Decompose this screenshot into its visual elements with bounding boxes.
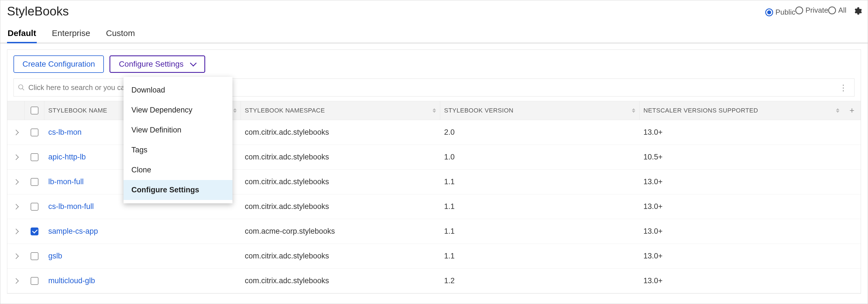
svg-line-1 <box>22 88 24 90</box>
stylebook-namespace: com.acme-corp.stylebooks <box>241 227 440 236</box>
stylebook-namespace: com.citrix.adc.stylebooks <box>241 128 440 137</box>
menu-item-download[interactable]: Download <box>124 80 232 100</box>
row-checkbox[interactable] <box>31 153 38 161</box>
expand-row-button[interactable] <box>7 131 25 134</box>
dropdown-label: Configure Settings <box>119 60 183 68</box>
expand-row-button[interactable] <box>7 205 25 209</box>
stylebook-name-link[interactable]: cs-lb-mon-full <box>48 202 94 211</box>
svg-point-0 <box>19 85 23 89</box>
table-row: multicloud-glbcom.citrix.adc.stylebooks1… <box>7 269 861 293</box>
kebab-menu-icon[interactable]: ⋮ <box>836 83 850 92</box>
stylebook-name-link[interactable]: apic-http-lb <box>48 153 86 161</box>
select-all-checkbox[interactable] <box>31 107 38 114</box>
filter-radio-all[interactable]: All <box>828 6 846 15</box>
chevron-right-icon <box>13 204 19 210</box>
row-checkbox-cell[interactable] <box>25 203 44 211</box>
expand-all-header <box>7 101 25 120</box>
stylebook-name-link[interactable]: sample-cs-app <box>48 227 98 236</box>
row-checkbox-cell[interactable] <box>25 277 44 285</box>
row-checkbox[interactable] <box>31 203 38 211</box>
stylebook-namespace: com.citrix.adc.stylebooks <box>241 252 440 260</box>
menu-item-view-definition[interactable]: View Definition <box>124 120 232 140</box>
stylebook-namespace: com.citrix.adc.stylebooks <box>241 276 440 285</box>
stylebook-supported: 13.0+ <box>640 202 861 211</box>
radio-icon <box>828 6 836 15</box>
stylebook-name-link[interactable]: cs-lb-mon <box>48 128 82 136</box>
chevron-down-icon <box>190 61 196 67</box>
stylebook-version: 2.0 <box>440 128 640 137</box>
filter-radio-private[interactable]: Private <box>795 6 828 15</box>
table-row: gslbcom.citrix.adc.stylebooks1.113.0+ <box>7 244 861 269</box>
stylebook-name-link[interactable]: lb-mon-full <box>48 177 84 186</box>
chevron-right-icon <box>13 179 19 185</box>
stylebook-version: 1.1 <box>440 252 640 260</box>
stylebook-supported: 13.0+ <box>640 276 861 285</box>
stylebook-version: 1.1 <box>440 227 640 236</box>
chevron-right-icon <box>13 130 19 135</box>
radio-label: All <box>838 6 846 15</box>
row-checkbox-cell[interactable] <box>25 252 44 260</box>
stylebook-namespace: com.citrix.adc.stylebooks <box>241 177 440 186</box>
header: StyleBooks PublicPrivateAll <box>0 0 868 18</box>
configure-settings-dropdown-button[interactable]: Configure Settings <box>110 55 205 73</box>
stylebook-supported: 13.0+ <box>640 227 861 236</box>
stylebook-supported: 13.0+ <box>640 177 861 186</box>
settings-dropdown-menu: DownloadView DependencyView DefinitionTa… <box>124 77 232 203</box>
stylebook-version: 1.0 <box>440 153 640 161</box>
menu-item-view-dependency[interactable]: View Dependency <box>124 100 232 120</box>
sort-icon <box>836 108 839 113</box>
chevron-right-icon <box>13 155 19 160</box>
tab-default[interactable]: Default <box>7 28 37 43</box>
radio-icon <box>795 6 803 15</box>
filter-radio-public[interactable]: Public <box>765 8 795 17</box>
add-column-button[interactable]: + <box>843 101 861 120</box>
sort-icon <box>433 108 436 113</box>
menu-item-clone[interactable]: Clone <box>124 160 232 180</box>
tab-custom[interactable]: Custom <box>105 28 135 43</box>
expand-row-button[interactable] <box>7 155 25 159</box>
col-header-namespace[interactable]: STYLEBOOK NAMESPACE <box>241 101 440 120</box>
stylebook-supported: 13.0+ <box>640 128 861 137</box>
col-header-supported[interactable]: NETSCALER VERSIONS SUPPORTED <box>640 101 843 120</box>
stylebook-name-link[interactable]: gslb <box>48 252 62 260</box>
row-checkbox[interactable] <box>31 178 38 186</box>
menu-item-tags[interactable]: Tags <box>124 140 232 160</box>
row-checkbox-cell[interactable] <box>25 227 44 236</box>
menu-item-configure-settings[interactable]: Configure Settings <box>124 180 232 200</box>
visibility-filter: PublicPrivateAll <box>765 6 862 17</box>
stylebook-version: 1.2 <box>440 276 640 285</box>
stylebook-namespace: com.citrix.adc.stylebooks <box>241 202 440 211</box>
expand-row-button[interactable] <box>7 254 25 258</box>
row-checkbox[interactable] <box>31 277 38 285</box>
row-checkbox[interactable] <box>31 252 38 260</box>
gear-icon[interactable] <box>852 6 862 16</box>
sort-icon <box>233 108 237 113</box>
page: StyleBooks PublicPrivateAll DefaultEnter… <box>0 0 868 304</box>
page-title: StyleBooks <box>7 4 69 18</box>
row-checkbox-cell[interactable] <box>25 178 44 186</box>
create-label: Create Configuration <box>23 60 95 68</box>
stylebook-supported: 13.0+ <box>640 252 861 260</box>
row-checkbox-cell[interactable] <box>25 129 44 136</box>
tab-enterprise[interactable]: Enterprise <box>51 28 91 43</box>
stylebook-name-link[interactable]: multicloud-glb <box>48 276 95 285</box>
row-checkbox[interactable] <box>31 227 38 236</box>
stylebook-version: 1.1 <box>440 202 640 211</box>
col-header-version[interactable]: STYLEBOOK VERSION <box>440 101 640 120</box>
stylebook-version: 1.1 <box>440 177 640 186</box>
radio-label: Public <box>775 8 795 17</box>
expand-row-button[interactable] <box>7 229 25 233</box>
row-checkbox[interactable] <box>31 129 38 136</box>
radio-icon <box>765 8 773 16</box>
search-icon <box>18 84 25 91</box>
row-checkbox-cell[interactable] <box>25 153 44 161</box>
expand-row-button[interactable] <box>7 180 25 184</box>
create-configuration-button[interactable]: Create Configuration <box>13 55 104 73</box>
expand-row-button[interactable] <box>7 279 25 283</box>
tabs: DefaultEnterpriseCustom <box>0 28 868 43</box>
table-row: sample-cs-appcom.acme-corp.stylebooks1.1… <box>7 219 861 244</box>
chevron-right-icon <box>13 278 19 284</box>
stylebook-namespace: com.citrix.adc.stylebooks <box>241 153 440 161</box>
chevron-right-icon <box>13 253 19 259</box>
select-all-header[interactable] <box>25 101 44 120</box>
